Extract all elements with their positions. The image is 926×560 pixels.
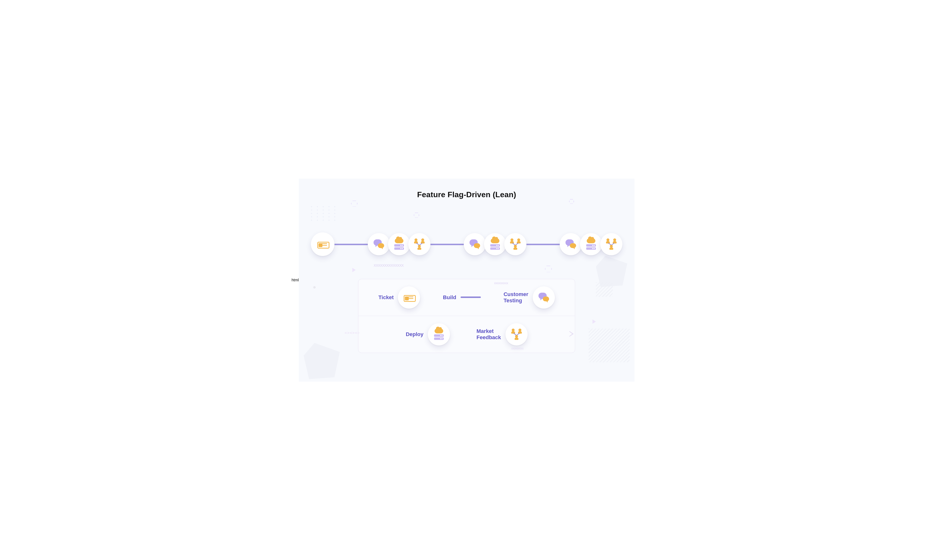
build-line-icon bbox=[461, 296, 481, 298]
legend-row-1: Ticket Build xxxxxxxxx Customer Testing bbox=[359, 279, 575, 316]
chat-icon bbox=[537, 291, 551, 304]
node-customer-testing bbox=[368, 233, 390, 255]
decoration-dot bbox=[313, 286, 316, 288]
legend-label: Build bbox=[443, 294, 456, 300]
ticket-icon bbox=[402, 291, 416, 304]
people-icon bbox=[510, 328, 523, 341]
timeline-start bbox=[311, 232, 334, 256]
node-ticket bbox=[311, 232, 334, 256]
diagram-canvas: + + + + ++ + + + ++ + + + ++ + + + ++ + … bbox=[299, 179, 634, 382]
node-deploy bbox=[388, 233, 410, 255]
node-customer-testing bbox=[560, 233, 582, 255]
decoration-plus-grid: + + + + ++ + + + ++ + + + ++ + + + ++ + … bbox=[311, 205, 337, 222]
diagram-title: Feature Flag-Driven (Lean) bbox=[299, 190, 634, 199]
decoration-squiggle: xxxxxxxxx bbox=[494, 281, 508, 284]
people-icon bbox=[605, 237, 618, 251]
decoration-hexagon bbox=[569, 199, 574, 204]
decoration-stripes bbox=[589, 329, 629, 362]
legend-icon-circle bbox=[505, 323, 528, 346]
chat-icon bbox=[372, 237, 386, 251]
deploy-icon bbox=[432, 328, 446, 341]
timeline-nodes bbox=[311, 230, 622, 259]
timeline-cycle-1 bbox=[368, 233, 430, 255]
node-deploy bbox=[484, 233, 506, 255]
node-market-feedback bbox=[600, 233, 622, 255]
node-deploy bbox=[580, 233, 602, 255]
deploy-icon bbox=[392, 237, 406, 251]
legend-item-deploy: Deploy bbox=[406, 323, 450, 346]
legend-label: Ticket bbox=[378, 294, 393, 300]
people-icon bbox=[508, 237, 522, 251]
legend-icon-circle bbox=[428, 323, 450, 346]
people-icon bbox=[413, 237, 426, 251]
legend-item-market-feedback: Market Feedback bbox=[477, 323, 528, 346]
node-market-feedback bbox=[408, 233, 430, 255]
decoration-hexagon bbox=[351, 200, 358, 207]
decoration-brackets: <><><> bbox=[345, 331, 360, 335]
legend-item-build: Build bbox=[443, 294, 481, 300]
chat-icon bbox=[468, 237, 481, 251]
node-customer-testing bbox=[464, 233, 486, 255]
legend-row-2: Deploy Market Feedback bbox=[359, 316, 575, 353]
legend-item-customer-testing: xxxxxxxxx Customer Testing bbox=[504, 287, 555, 309]
timeline-cycle-3 bbox=[560, 233, 622, 255]
decoration-squiggle: xxxxxxxxxxxxxx bbox=[374, 263, 404, 267]
decoration-hexagon bbox=[545, 266, 552, 273]
legend-label: Market Feedback bbox=[477, 328, 501, 340]
decoration-stripes bbox=[596, 282, 613, 297]
deploy-icon bbox=[488, 237, 502, 251]
legend-item-ticket: Ticket bbox=[378, 287, 420, 309]
decoration-polygon bbox=[596, 256, 627, 287]
legend-icon-circle bbox=[398, 287, 420, 309]
timeline bbox=[311, 230, 622, 259]
timeline-cycle-2 bbox=[464, 233, 527, 255]
legend-label: Customer Testing bbox=[504, 291, 528, 303]
node-market-feedback bbox=[504, 233, 527, 255]
legend-icon-circle bbox=[533, 287, 555, 309]
deploy-icon bbox=[584, 237, 598, 251]
decoration-hexagon bbox=[413, 212, 419, 218]
legend-label: Deploy bbox=[406, 331, 424, 337]
decoration-triangle bbox=[352, 268, 356, 272]
decoration-triangle bbox=[593, 319, 596, 324]
ticket-icon bbox=[316, 237, 330, 251]
legend-panel: Ticket Build xxxxxxxxx Customer Testing … bbox=[358, 279, 575, 353]
decoration-polygon bbox=[304, 343, 340, 379]
chat-icon bbox=[564, 237, 578, 251]
